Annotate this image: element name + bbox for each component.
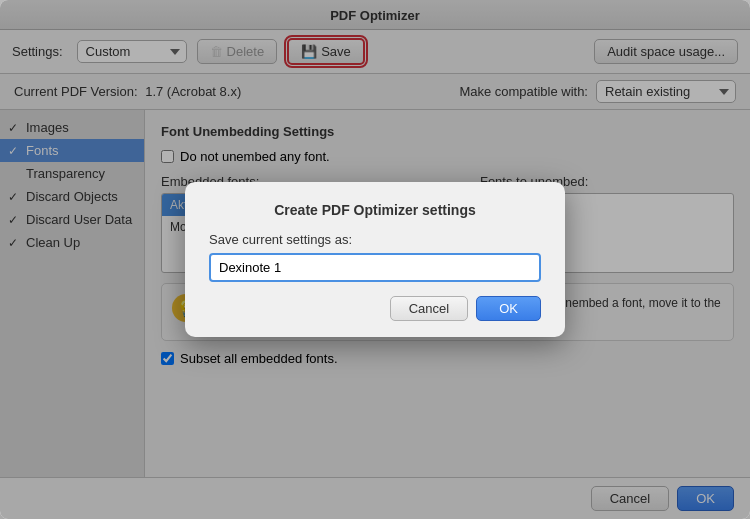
dialog-name-input[interactable] [209,253,541,282]
main-window: PDF Optimizer Settings: Custom 🗑 Delete … [0,0,750,519]
dialog-cancel-button[interactable]: Cancel [390,296,468,321]
dialog-overlay: Create PDF Optimizer settings Save curre… [0,0,750,519]
dialog: Create PDF Optimizer settings Save curre… [185,182,565,337]
dialog-title: Create PDF Optimizer settings [209,202,541,218]
dialog-buttons: Cancel OK [209,296,541,321]
dialog-prompt-label: Save current settings as: [209,232,541,247]
dialog-ok-button[interactable]: OK [476,296,541,321]
